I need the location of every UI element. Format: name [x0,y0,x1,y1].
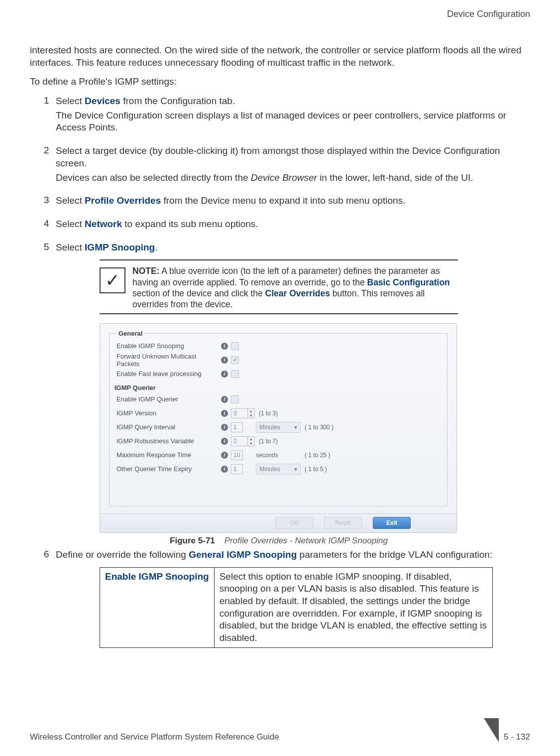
igmp-version-range: (1 to 3) [259,410,278,417]
step-5: Select IGMP Snooping. [56,242,530,254]
text: Select [56,96,85,106]
check-icon: ✓ [100,267,125,293]
info-icon: i [221,438,228,445]
text: Select [56,219,85,229]
max-resp-range: ( 1 to 25 ) [305,452,330,459]
reset-button[interactable]: Reset [324,517,362,529]
enable-querier-checkbox[interactable] [231,395,239,403]
igmp-version-label: IGMP Version [116,409,221,417]
step-6: Define or override the following General… [56,549,530,561]
step-num-6: 6 [44,549,56,563]
info-icon: i [221,410,228,417]
spinner-buttons[interactable]: ▲▼ [248,408,255,418]
robustness-label: IGMP Robustness Variable [116,437,221,445]
figure-caption: Figure 5-71 Profile Overrides - Network … [100,536,458,546]
text: Select [56,195,85,206]
query-interval-range: ( 1 to 300 ) [305,424,334,431]
max-resp-input[interactable]: 10 [231,450,243,460]
panel-footer: OK Reset Exit [100,513,456,532]
spinner-buttons[interactable]: ▲▼ [248,436,255,446]
text: from the Configuration tab. [120,96,235,106]
note-lead: NOTE: [132,266,159,276]
max-resp-unit: seconds [256,452,301,459]
basic-configuration-ref: Basic Configuration [367,277,450,287]
query-interval-label: IGMP Query Interval [116,423,221,431]
info-icon: i [221,466,228,473]
robustness-input[interactable]: 2 [231,436,248,446]
step-3: Select Profile Overrides from the Device… [56,195,530,207]
note-rule-bottom [100,313,458,314]
querier-legend: IGMP Querier [114,381,442,392]
text: . [155,242,157,252]
param-desc-cell: Select this option to enable IGMP snoopi… [214,567,492,647]
clear-overrides-ref: Clear Overrides [265,288,330,298]
text: parameters for the bridge VLAN configura… [297,549,492,560]
text: Select [56,242,85,252]
enable-igmp-snooping-checkbox[interactable] [231,342,239,350]
text: to expand its sub menu options. [122,219,258,229]
step-num-3: 3 [44,195,56,214]
query-interval-input[interactable]: 1 [231,422,243,432]
text: section of the device and click the [132,288,265,298]
step-num-4: 4 [44,218,56,238]
querier-group: IGMP Querier Enable IGMP Querier i IGMP … [109,381,448,506]
text: in the lower, left-hand, side of the UI. [317,172,473,183]
other-expiry-range: ( 1 to 5 ) [305,466,327,473]
figure-title: Profile Overrides - Network IGMP Snoopin… [224,536,388,545]
igmp-version-input[interactable]: 3 [231,408,248,418]
enable-igmp-snooping-label: Enable IGMP Snooping [116,342,221,350]
fast-leave-label: Enable Fast leave processing [116,370,221,378]
max-resp-label: Maximum Response Time [116,451,221,459]
step-1: Select Devices from the Configuration ta… [56,95,530,108]
devices-ref: Devices [85,96,120,106]
info-icon: i [221,371,228,378]
robustness-range: (1 to 7) [259,438,278,445]
device-browser-ref: Device Browser [251,172,317,183]
table-row: Enable IGMP Snooping Select this option … [100,567,493,647]
figure-number: Figure 5-71 [170,536,215,545]
text: Minutes [259,424,280,431]
query-interval-unit-select[interactable]: Minutes▾ [256,422,301,433]
parameter-table: Enable IGMP Snooping Select this option … [100,567,493,648]
footer-doc-title: Wireless Controller and Service Platform… [30,732,279,742]
text: Minutes [259,466,280,473]
header-section: Device Configuration [30,9,530,19]
other-expiry-input[interactable]: 1 [231,464,243,474]
info-icon: i [221,396,228,403]
other-expiry-label: Other Querier Time Expiry [116,465,221,473]
step-4: Select Network to expand its sub menu op… [56,218,530,231]
general-legend: General [116,330,144,337]
chevron-down-icon: ▾ [294,466,297,473]
param-name-cell: Enable IGMP Snooping [100,567,215,647]
general-igmp-snooping-ref: General IGMP Snooping [189,549,297,560]
forward-unknown-label: Forward Unknown Multicast Packets [116,353,221,368]
step-2: Select a target device (by double-clicki… [56,145,530,169]
exit-button[interactable]: Exit [373,517,411,529]
igmp-snooping-ref: IGMP Snooping [85,242,155,252]
step-num-2: 2 [44,145,56,191]
paragraph-intro2: To define a Profile's IGMP settings: [30,76,530,88]
network-ref: Network [85,219,122,229]
paragraph-intro1: interested hosts are connected. On the w… [30,44,530,69]
page-corner-icon [484,718,499,742]
note-text: NOTE: A blue override icon (to the left … [132,265,458,310]
fast-leave-checkbox[interactable] [231,370,239,378]
info-icon: i [221,452,228,459]
text: Devices can also be selected directly fr… [56,172,251,183]
step-2-sub: Devices can also be selected directly fr… [56,172,530,184]
other-expiry-unit-select[interactable]: Minutes▾ [256,464,301,475]
ok-button[interactable]: OK [275,517,313,529]
note-rule-top [100,259,458,260]
text: Define or override the following [56,549,189,560]
step-1-sub: The Device Configuration screen displays… [56,110,530,134]
general-group: General Enable IGMP Snooping i Forward U… [109,330,448,381]
text: from the Device menu to expand it into s… [161,195,405,206]
chevron-down-icon: ▾ [294,424,297,431]
step-num-5: 5 [44,242,56,256]
info-icon: i [221,357,228,364]
step-num-1: 1 [44,95,56,141]
igmp-snooping-panel: General Enable IGMP Snooping i Forward U… [100,323,457,533]
profile-overrides-ref: Profile Overrides [85,195,161,206]
enable-querier-label: Enable IGMP Querier [116,395,221,403]
forward-unknown-checkbox[interactable]: ✓ [231,356,239,364]
